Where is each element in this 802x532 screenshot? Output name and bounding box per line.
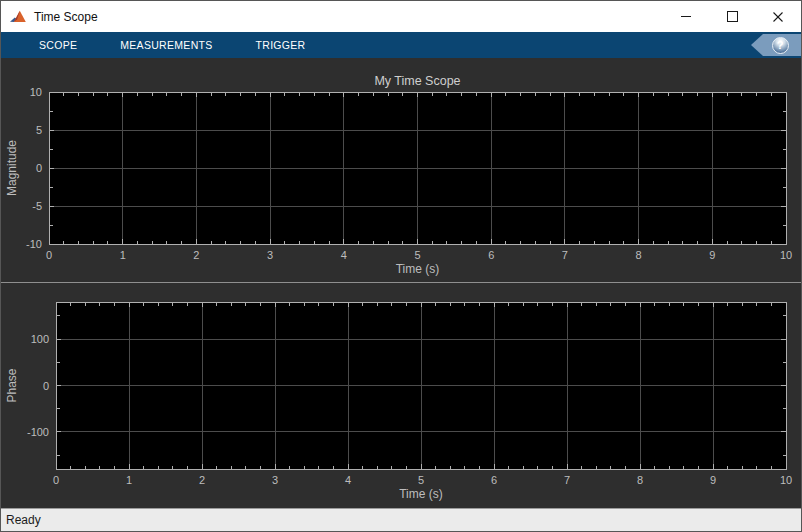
svg-text:9: 9: [710, 474, 716, 486]
svg-text:5: 5: [36, 124, 42, 136]
svg-text:Time (s): Time (s): [399, 487, 443, 501]
svg-text:2: 2: [199, 474, 205, 486]
svg-text:8: 8: [636, 249, 642, 261]
svg-text:Magnitude: Magnitude: [5, 140, 19, 196]
status-text: Ready: [6, 513, 41, 527]
svg-text:Phase: Phase: [5, 368, 19, 402]
phase-plot: 0123456789101000-100Time (s)Phase: [1, 283, 801, 508]
maximize-icon: [727, 11, 738, 22]
minimize-button[interactable]: [663, 1, 709, 32]
svg-text:10: 10: [780, 474, 792, 486]
svg-text:0: 0: [43, 380, 49, 392]
svg-text:0: 0: [36, 162, 42, 174]
svg-text:-100: -100: [27, 426, 49, 438]
help-button[interactable]: ?: [751, 34, 801, 56]
magnitude-scope-panel: 0123456789101050-5-10Time (s)MagnitudeMy…: [1, 58, 801, 282]
magnitude-plot: 0123456789101050-5-10Time (s)MagnitudeMy…: [1, 58, 801, 282]
scope-display-area: 0123456789101050-5-10Time (s)MagnitudeMy…: [1, 58, 801, 508]
toolstrip: SCOPE MEASUREMENTS TRIGGER ?: [1, 32, 801, 58]
svg-text:9: 9: [709, 249, 715, 261]
svg-text:7: 7: [562, 249, 568, 261]
titlebar: Time Scope: [1, 1, 801, 32]
tab-trigger[interactable]: TRIGGER: [256, 39, 306, 51]
statusbar: Ready: [1, 508, 801, 531]
svg-text:1: 1: [126, 474, 132, 486]
window-title: Time Scope: [34, 10, 98, 24]
svg-text:6: 6: [491, 474, 497, 486]
svg-text:4: 4: [341, 249, 347, 261]
maximize-button[interactable]: [709, 1, 755, 32]
svg-text:8: 8: [637, 474, 643, 486]
phase-scope-panel: 0123456789101000-100Time (s)Phase: [1, 283, 801, 508]
svg-text:3: 3: [267, 249, 273, 261]
svg-text:1: 1: [120, 249, 126, 261]
svg-text:3: 3: [272, 474, 278, 486]
tab-scope[interactable]: SCOPE: [39, 39, 77, 51]
svg-text:2: 2: [193, 249, 199, 261]
svg-text:-5: -5: [32, 200, 42, 212]
svg-text:5: 5: [418, 474, 424, 486]
close-icon: [773, 12, 783, 22]
svg-text:4: 4: [345, 474, 351, 486]
time-scope-window: Time Scope SCOPE MEASUREMENTS TRIGGER ? …: [0, 0, 802, 532]
svg-text:Time (s): Time (s): [396, 262, 440, 276]
minimize-icon: [681, 16, 691, 17]
app-icon: [10, 10, 26, 24]
svg-text:5: 5: [414, 249, 420, 261]
svg-text:6: 6: [488, 249, 494, 261]
svg-text:10: 10: [780, 249, 792, 261]
help-icon: ?: [772, 37, 789, 54]
svg-text:10: 10: [30, 86, 42, 98]
svg-text:7: 7: [564, 474, 570, 486]
svg-text:0: 0: [46, 249, 52, 261]
svg-text:-10: -10: [26, 238, 42, 250]
svg-text:My Time Scope: My Time Scope: [374, 74, 460, 88]
svg-text:0: 0: [53, 474, 59, 486]
svg-text:100: 100: [31, 333, 49, 345]
tab-measurements[interactable]: MEASUREMENTS: [120, 39, 212, 51]
close-button[interactable]: [755, 1, 801, 32]
